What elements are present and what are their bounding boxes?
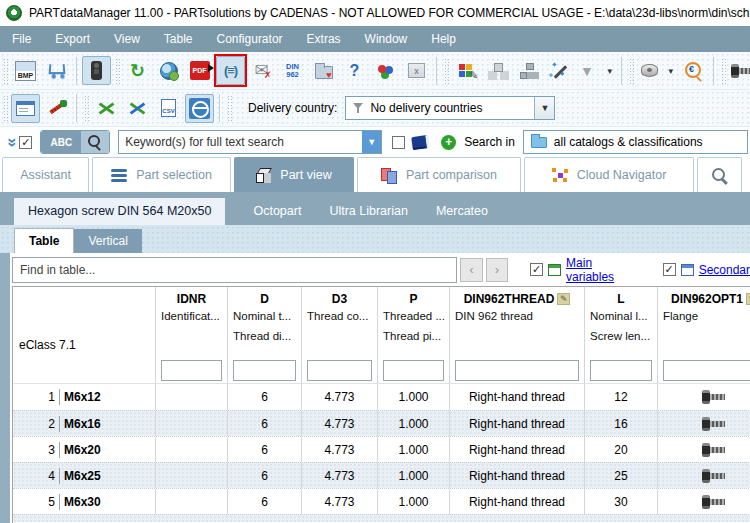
toolbar-grip[interactable] bbox=[3, 95, 8, 121]
keyword-search-input[interactable] bbox=[119, 131, 362, 153]
delivery-country-dropdown-button[interactable]: ▼ bbox=[534, 97, 554, 119]
index-checkbox[interactable] bbox=[392, 136, 405, 149]
tab-ultra-librarian[interactable]: Ultra Librarian bbox=[315, 198, 422, 225]
menu-window[interactable]: Window bbox=[353, 28, 420, 50]
fulltext-checkbox[interactable]: ✓ bbox=[19, 136, 32, 149]
table-row[interactable]: 4M6x25 6 4.773 1.000 Right-hand thread 2… bbox=[13, 462, 750, 488]
edit-pencil-icon[interactable]: ✎ bbox=[746, 293, 750, 305]
toolbar-grip[interactable] bbox=[84, 95, 89, 121]
community-icon bbox=[377, 63, 395, 79]
header-col-din962thread[interactable]: DIN962THREAD✎DIN 962 thread bbox=[450, 287, 585, 357]
table-row[interactable]: 3M6x20 6 4.773 1.000 Right-hand thread 2… bbox=[13, 436, 750, 462]
tab-part-view[interactable]: Part view bbox=[234, 157, 354, 192]
community-button[interactable] bbox=[371, 56, 400, 85]
web-update-button[interactable] bbox=[154, 56, 183, 85]
tab-mercateo[interactable]: Mercateo bbox=[422, 198, 502, 225]
menu-extras[interactable]: Extras bbox=[295, 28, 353, 50]
mail-button[interactable]: ✉✗ bbox=[247, 56, 276, 85]
derive-parts-button[interactable] bbox=[483, 56, 512, 85]
window-form-button[interactable] bbox=[11, 94, 40, 123]
secondary-variables-checkbox[interactable]: ✓ bbox=[663, 263, 676, 276]
header-col-d[interactable]: DNominal t...Thread di... bbox=[228, 287, 302, 357]
nut-part-dropdown-button[interactable]: ▾ bbox=[637, 56, 677, 85]
screw-icon bbox=[702, 443, 728, 457]
toolbar-grip[interactable] bbox=[629, 58, 634, 84]
filter-input-d[interactable] bbox=[233, 360, 296, 381]
tab-part-hexagon-screw[interactable]: Hexagon screw DIN 564 M20x50 bbox=[14, 198, 225, 225]
filter-input-idnr[interactable] bbox=[161, 360, 222, 381]
menu-help[interactable]: Help bbox=[419, 28, 468, 50]
find-in-table-input[interactable] bbox=[12, 257, 457, 283]
toolbar-grip[interactable] bbox=[721, 58, 726, 84]
toolbar-grip[interactable] bbox=[444, 58, 449, 84]
secondary-variables-link[interactable]: Secondar bbox=[699, 263, 750, 277]
tab-octopart[interactable]: Octopart bbox=[239, 198, 315, 225]
header-col-idnr[interactable]: IDNRIdentificat... bbox=[156, 287, 228, 357]
table-row[interactable]: 5M6x30 6 4.773 1.000 Right-hand thread 3… bbox=[13, 488, 750, 514]
menu-file[interactable]: File bbox=[0, 28, 43, 50]
csv-export-button[interactable]: CSV bbox=[154, 94, 183, 123]
menu-view[interactable]: View bbox=[102, 28, 152, 50]
hierarchy-button[interactable] bbox=[514, 56, 543, 85]
find-previous-button[interactable]: ‹ bbox=[460, 258, 482, 282]
help-button[interactable]: ? bbox=[340, 56, 369, 85]
tab-vertical-view[interactable]: Vertical bbox=[74, 229, 141, 253]
header-col-p[interactable]: PThreaded ...Thread pi... bbox=[378, 287, 450, 357]
keyword-dropdown-button[interactable]: ▼ bbox=[362, 131, 381, 153]
export-green-button[interactable] bbox=[92, 94, 121, 123]
collapse-chevrons-icon[interactable]: « bbox=[2, 137, 19, 146]
book-index-icon[interactable] bbox=[411, 134, 430, 149]
table-row[interactable]: 1M6x12 6 4.773 1.000 Right-hand thread 1… bbox=[13, 384, 750, 410]
filter-input-d3[interactable] bbox=[307, 360, 372, 381]
globe-button[interactable] bbox=[185, 94, 214, 123]
tab-part-selection[interactable]: Part selection bbox=[92, 157, 231, 192]
filter-input-p[interactable] bbox=[383, 360, 444, 381]
edit-pencil-icon[interactable]: ✎ bbox=[557, 293, 570, 305]
shopping-cart-button[interactable] bbox=[42, 56, 71, 85]
toolbar-grip[interactable] bbox=[115, 58, 120, 84]
tab-cloud-navigator[interactable]: Cloud Navigator bbox=[524, 157, 694, 192]
add-search-icon[interactable]: + bbox=[441, 135, 456, 150]
abc-search-button[interactable]: ABC bbox=[41, 131, 81, 153]
price-search-button[interactable]: € bbox=[679, 56, 708, 85]
tab-assistant[interactable]: Assistant bbox=[2, 157, 89, 192]
header-col-d3[interactable]: D3Thread co... bbox=[302, 287, 378, 357]
filter-input-din962thread[interactable] bbox=[455, 360, 579, 381]
filter-input-l[interactable] bbox=[590, 360, 652, 381]
screw-follow-button[interactable] bbox=[729, 56, 750, 85]
header-col-din962opt1[interactable]: DIN962OPT1✎Flange bbox=[658, 287, 750, 357]
find-next-button[interactable]: › bbox=[486, 258, 508, 282]
filter-dropdown-button[interactable]: ▼▾ bbox=[576, 56, 616, 85]
search-in-field[interactable]: all catalogs & classifications bbox=[523, 130, 748, 154]
refresh-button[interactable]: ↻ bbox=[123, 56, 152, 85]
header-col-l[interactable]: LNominal l...Screw len... bbox=[585, 287, 658, 357]
filter-input-din962opt1[interactable] bbox=[663, 360, 750, 381]
table-row[interactable]: 2M6x16 6 4.773 1.000 Right-hand thread 1… bbox=[13, 410, 750, 436]
table-frame-button[interactable]: x bbox=[402, 56, 431, 85]
toolbar-separator bbox=[219, 94, 220, 122]
tab-search[interactable] bbox=[697, 157, 742, 192]
header-col-name[interactable]: eClass 7.1 bbox=[13, 287, 156, 357]
export-blue-button[interactable] bbox=[123, 94, 152, 123]
pdf-export-button[interactable]: PDF bbox=[185, 56, 214, 85]
menu-export[interactable]: Export bbox=[43, 28, 102, 50]
menu-table[interactable]: Table bbox=[152, 28, 205, 50]
menu-configurator[interactable]: Configurator bbox=[205, 28, 295, 50]
equation-variables-button[interactable]: (≡) bbox=[216, 56, 245, 85]
delivery-country-select[interactable]: No delivery countries ▼ bbox=[345, 96, 555, 120]
din-962-button[interactable]: DIN962 bbox=[278, 56, 307, 85]
toolbar-grip[interactable] bbox=[227, 95, 232, 121]
tab-table-view[interactable]: Table bbox=[14, 228, 74, 253]
red-screw-button[interactable] bbox=[42, 94, 71, 123]
magnifier-search-button[interactable] bbox=[81, 131, 109, 153]
bmp-export-button[interactable]: BMP bbox=[11, 56, 40, 85]
favorites-button[interactable]: ♥ bbox=[309, 56, 338, 85]
magic-wand-button[interactable] bbox=[545, 56, 574, 85]
main-variables-link[interactable]: Main variables bbox=[566, 256, 641, 284]
toolbar-grip[interactable] bbox=[3, 58, 8, 84]
tab-part-comparison[interactable]: Part comparison bbox=[357, 157, 521, 192]
main-variables-checkbox[interactable]: ✓ bbox=[530, 263, 543, 276]
traffic-light-icon bbox=[91, 61, 102, 80]
traffic-light-button[interactable] bbox=[82, 56, 111, 85]
edit-blocks-button[interactable]: ✎ bbox=[452, 56, 481, 85]
